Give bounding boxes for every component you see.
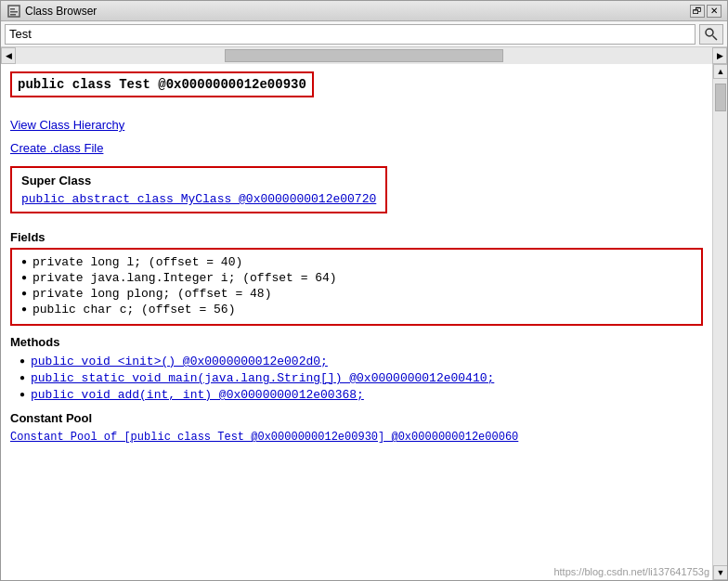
vertical-scrollbar[interactable]: ▲ ▼ xyxy=(712,64,727,580)
field-item: private long plong; (offset = 48) xyxy=(21,287,692,301)
super-class-section: Super Class public abstract class MyClas… xyxy=(10,166,703,221)
super-class-title: Super Class xyxy=(21,174,376,187)
method-link-main[interactable]: public static void main(java.lang.String… xyxy=(31,371,494,385)
constant-pool-section: Constant Pool Constant Pool of [public c… xyxy=(10,411,703,444)
content-area: public class Test @0x0000000012e00930 Vi… xyxy=(1,64,727,580)
title-bar: Class Browser 🗗 ✕ xyxy=(1,1,727,21)
scroll-thumb[interactable] xyxy=(225,49,503,62)
scroll-down-button[interactable]: ▼ xyxy=(713,565,727,580)
fields-section: Fields private long l; (offset = 40) pri… xyxy=(10,230,703,326)
view-hierarchy-link[interactable]: View Class Hierarchy xyxy=(10,118,124,132)
window-title: Class Browser xyxy=(25,5,97,18)
method-link-init[interactable]: public void <init>() @0x0000000012e002d0… xyxy=(31,355,328,368)
window-icon xyxy=(6,4,21,19)
methods-section: Methods public void <init>() @0x00000000… xyxy=(10,335,703,402)
class-header: public class Test @0x0000000012e00930 xyxy=(10,71,314,97)
restore-button[interactable]: 🗗 xyxy=(690,5,705,18)
svg-rect-1 xyxy=(10,8,15,10)
class-browser-window: Class Browser 🗗 ✕ ◀ ▶ public class Test … xyxy=(0,0,728,581)
method-item: public void add(int, int) @0x0000000012e… xyxy=(20,388,703,402)
super-class-box: Super Class public abstract class MyClas… xyxy=(10,166,387,213)
field-item: public char c; (offset = 56) xyxy=(21,303,692,316)
fields-title: Fields xyxy=(10,230,703,244)
v-scroll-thumb[interactable] xyxy=(715,84,726,111)
horizontal-scrollbar[interactable]: ◀ ▶ xyxy=(1,47,727,64)
svg-line-5 xyxy=(713,35,718,40)
create-class-link[interactable]: Create .class File xyxy=(10,141,103,155)
search-input[interactable] xyxy=(5,24,696,45)
constant-pool-title: Constant Pool xyxy=(10,411,703,425)
method-link-add[interactable]: public void add(int, int) @0x0000000012e… xyxy=(31,388,364,402)
method-item: public static void main(java.lang.String… xyxy=(20,371,703,385)
fields-box: private long l; (offset = 40) private ja… xyxy=(10,248,703,326)
scroll-up-button[interactable]: ▲ xyxy=(713,64,727,79)
svg-rect-3 xyxy=(10,14,16,16)
field-item: private java.lang.Integer i; (offset = 6… xyxy=(21,271,692,285)
search-button[interactable] xyxy=(699,24,723,45)
field-item: private long l; (offset = 40) xyxy=(21,255,692,269)
super-class-link[interactable]: public abstract class MyClass @0x0000000… xyxy=(21,192,376,206)
create-class-section: Create .class File xyxy=(10,141,703,155)
svg-rect-2 xyxy=(10,11,18,13)
toolbar xyxy=(1,21,727,47)
view-hierarchy-section: View Class Hierarchy xyxy=(10,118,703,132)
main-content: public class Test @0x0000000012e00930 Vi… xyxy=(1,64,712,580)
methods-list: public void <init>() @0x0000000012e002d0… xyxy=(20,355,703,402)
scroll-left-button[interactable]: ◀ xyxy=(1,47,16,64)
method-item: public void <init>() @0x0000000012e002d0… xyxy=(20,355,703,368)
scroll-track[interactable] xyxy=(16,47,712,64)
scroll-right-button[interactable]: ▶ xyxy=(712,47,727,64)
title-bar-buttons: 🗗 ✕ xyxy=(690,5,722,18)
v-scroll-track[interactable] xyxy=(713,79,727,565)
svg-point-4 xyxy=(706,29,713,36)
methods-title: Methods xyxy=(10,335,703,349)
constant-pool-link[interactable]: Constant Pool of [public class Test @0x0… xyxy=(10,431,518,444)
close-button[interactable]: ✕ xyxy=(707,5,722,18)
title-bar-left: Class Browser xyxy=(6,4,97,19)
fields-list: private long l; (offset = 40) private ja… xyxy=(21,255,692,316)
